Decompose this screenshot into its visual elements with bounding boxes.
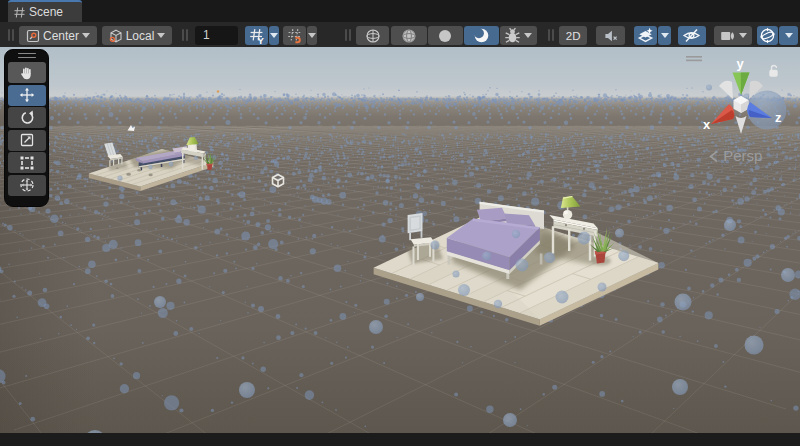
svg-text:Y: Y bbox=[257, 34, 264, 43]
svg-text:y: y bbox=[737, 56, 745, 71]
svg-text:z: z bbox=[775, 110, 782, 125]
svg-text:x: x bbox=[703, 117, 711, 132]
